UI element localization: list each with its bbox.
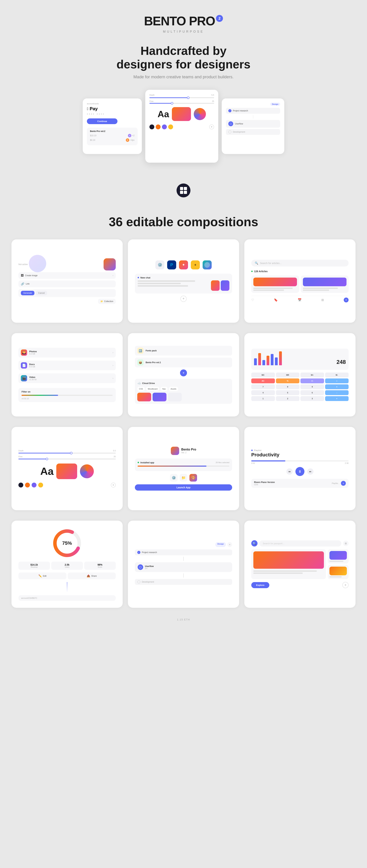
- prod-time-fill: [251, 460, 285, 461]
- avatar-inner: [204, 262, 210, 268]
- search-main-input[interactable]: Search for passport...: [259, 540, 341, 547]
- key-ac[interactable]: AC: [251, 378, 275, 383]
- cloud-fonts-name: Fonts pack: [146, 349, 230, 352]
- t-flow-label: Flow: [19, 456, 22, 458]
- photos-arrow: ›: [113, 351, 113, 354]
- search-main-icon[interactable]: 🔍: [251, 540, 257, 547]
- typo-content: Depth 5.5 Flow 25 Aa: [19, 450, 116, 488]
- generate-btn[interactable]: Generate: [21, 291, 34, 295]
- heart-icon[interactable]: ♡: [251, 298, 254, 302]
- key-7[interactable]: 7: [251, 384, 275, 389]
- t-flow-val: 25: [114, 456, 116, 458]
- search-add-btn[interactable]: +: [342, 582, 348, 588]
- starburst-icon[interactable]: ✦: [179, 260, 188, 270]
- key-div[interactable]: ÷: [325, 378, 349, 383]
- key-8[interactable]: 8: [276, 384, 300, 389]
- photos-icon: 🌄: [21, 349, 27, 356]
- grid-view-icon[interactable]: ⊞: [321, 298, 324, 302]
- search-explore-btn[interactable]: Explore: [251, 582, 269, 588]
- file-list: 🌄 Photos 3.2 GB › 📄 Docs 0.5 GB: [19, 348, 116, 384]
- wf-close-btn[interactable]: ×: [227, 542, 232, 547]
- key-mplus[interactable]: M+: [301, 373, 324, 377]
- key-6[interactable]: 6: [301, 390, 324, 395]
- t-add-swatch[interactable]: +: [111, 483, 116, 488]
- applepay-continue-btn[interactable]: Continue: [87, 118, 117, 124]
- launcher-icon: [104, 258, 116, 271]
- add-new-btn[interactable]: +: [180, 296, 187, 302]
- bookmark-icon[interactable]: 🔖: [274, 298, 278, 302]
- article-add-btn[interactable]: +: [344, 298, 348, 302]
- analytics-line: [67, 582, 67, 592]
- key-sign[interactable]: +/-: [301, 378, 324, 383]
- settings-icon-app[interactable]: ⚙️: [156, 260, 164, 270]
- key-percent[interactable]: %: [276, 378, 300, 383]
- play-pause-btn[interactable]: ⏸: [295, 467, 305, 476]
- link-btn[interactable]: 🔗 Link: [19, 281, 116, 287]
- plus-icon[interactable]: +: [191, 260, 200, 270]
- key-mul[interactable]: ×: [325, 384, 349, 389]
- track-add-btn[interactable]: +: [341, 481, 346, 486]
- art-line-2: [253, 289, 284, 291]
- paypal-icon[interactable]: P: [167, 260, 176, 270]
- result-side-1: [328, 549, 348, 563]
- key-plus[interactable]: +: [325, 396, 349, 401]
- video-size: v1.50 50: [29, 378, 111, 380]
- not-active-label: Not active: [19, 263, 28, 266]
- new-chat-label: New chat: [140, 276, 150, 279]
- t-flow-slider[interactable]: [19, 459, 116, 459]
- launch-app-btn[interactable]: Launch App: [135, 484, 232, 491]
- t-depth-slider[interactable]: [19, 453, 116, 454]
- flow-slider[interactable]: [149, 103, 214, 104]
- key-mc[interactable]: MC: [251, 373, 275, 377]
- avatar-1: A: [128, 134, 131, 137]
- header: BENTO PRO 2 MULTIPURPOSE: [144, 14, 223, 33]
- prev-btn[interactable]: ⏮: [286, 468, 293, 475]
- installer-status-panel: Installed app 26 files selected: [135, 459, 232, 471]
- key-2[interactable]: 2: [276, 396, 300, 401]
- folder-css[interactable]: CSS: [137, 387, 145, 391]
- folder-nav[interactable]: Nav: [161, 387, 168, 391]
- swatch-blue: [162, 124, 167, 129]
- compositions-title: 36 editable compositions: [109, 215, 258, 229]
- key-5[interactable]: 5: [276, 390, 300, 395]
- folder-moodboard[interactable]: Moodboard: [146, 387, 159, 391]
- grid-icon: [180, 187, 187, 194]
- donut-center: 75%: [62, 540, 72, 546]
- result-side-line-2: [330, 576, 342, 578]
- cloud-add-btn[interactable]: +: [180, 369, 187, 376]
- article-search[interactable]: 🔍 Search for articles...: [251, 260, 348, 267]
- key-3[interactable]: 3: [301, 396, 324, 401]
- analytics-btn-2[interactable]: 📤 Share: [68, 572, 116, 579]
- brand-badge: 2: [216, 15, 223, 22]
- cancel-btn[interactable]: Cancel: [36, 291, 47, 295]
- key-1[interactable]: 1: [251, 396, 275, 401]
- key-4[interactable]: 4: [251, 390, 275, 395]
- installer-files: 26 files selected: [216, 461, 229, 464]
- calendar-icon[interactable]: 📅: [298, 298, 302, 302]
- analytics-stats: $14.1k Revenue 2.5k Users 98% Score: [19, 562, 116, 570]
- workflow-step-1: ✓ Project research: [226, 108, 280, 114]
- create-label: Create image: [25, 274, 37, 277]
- key-minus[interactable]: -: [325, 390, 349, 395]
- add-swatch-btn[interactable]: +: [209, 124, 214, 129]
- avatar-app-icon[interactable]: [203, 260, 211, 270]
- depth-slider[interactable]: [149, 97, 214, 98]
- analytics-btn-1[interactable]: ✏️ Edit: [19, 572, 66, 579]
- track-info: Rivers Piano Version CDS: [254, 481, 275, 486]
- key-9[interactable]: 9: [301, 384, 324, 389]
- result-side-img-1: [330, 551, 347, 560]
- create-icon: 🖼: [21, 274, 24, 277]
- key-mr[interactable]: MR: [276, 373, 300, 377]
- wf-step-2-label: Development: [142, 581, 154, 583]
- installer-title-area: Bento Pro Vol. 2: [181, 448, 196, 454]
- cloud-thumb-3: [168, 393, 182, 401]
- t-swatches-row: +: [19, 483, 116, 488]
- key-mminus[interactable]: M-: [325, 373, 349, 377]
- next-btn[interactable]: ⏭: [307, 468, 313, 475]
- create-image-btn[interactable]: 🖼 Create image ›: [19, 272, 116, 279]
- search-filter-btn[interactable]: ⊞: [343, 540, 348, 546]
- folder-assets[interactable]: Assets: [169, 387, 178, 391]
- analytics-edit-label: Edit: [43, 575, 47, 577]
- collection-btn[interactable]: 📁 Collection: [98, 299, 116, 304]
- photos-item: 🌄 Photos 3.2 GB ›: [19, 348, 116, 358]
